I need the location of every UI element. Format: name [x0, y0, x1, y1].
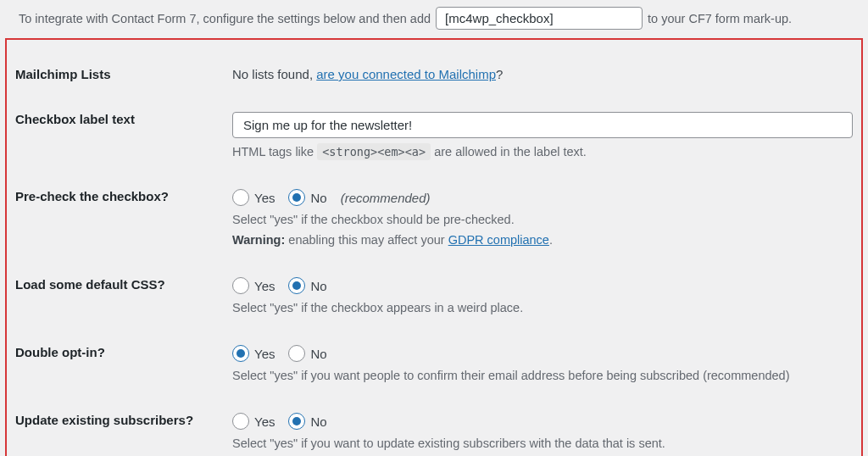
checkbox-label-hint: HTML tags like <strong><em><a> are allow… [232, 145, 853, 158]
precheck-desc-2: Warning: enabling this may affect your G… [232, 233, 853, 247]
row-checkbox-label-text: Checkbox label text HTML tags like <stro… [15, 97, 853, 174]
checkbox-label-input[interactable] [232, 112, 853, 138]
label-checkbox-label-text: Checkbox label text [15, 97, 232, 174]
allowed-tags-code: <strong><em><a> [317, 143, 431, 160]
double-desc: Select "yes" if you want people to confi… [232, 369, 853, 382]
intro-text-before: To integrate with Contact Form 7, config… [19, 12, 431, 25]
update-no-radio[interactable] [288, 413, 305, 430]
css-no-radio[interactable] [288, 277, 305, 294]
row-update-subscribers: Update existing subscribers? Yes No Sele… [15, 398, 853, 456]
mailchimp-connect-link[interactable]: are you connected to Mailchimp [316, 67, 496, 81]
css-desc: Select "yes" if the checkbox appears in … [232, 301, 853, 314]
precheck-no-radio[interactable] [288, 189, 305, 206]
precheck-yes-option[interactable]: Yes [232, 189, 275, 206]
gdpr-link[interactable]: GDPR compliance [448, 233, 549, 247]
row-double-optin: Double opt-in? Yes No Select "yes" if yo… [15, 330, 853, 398]
precheck-yes-radio[interactable] [232, 189, 249, 206]
label-load-css: Load some default CSS? [15, 262, 232, 330]
label-double-optin: Double opt-in? [15, 330, 232, 398]
double-no-option[interactable]: No [288, 345, 326, 362]
css-yes-option[interactable]: Yes [232, 277, 275, 294]
double-yes-radio[interactable] [232, 345, 249, 362]
double-yes-option[interactable]: Yes [232, 345, 275, 362]
intro-text-after: to your CF7 form mark-up. [648, 12, 792, 25]
precheck-desc-1: Select "yes" if the checkbox should be p… [232, 213, 853, 226]
row-mailchimp-lists: Mailchimp Lists No lists found, are you … [15, 52, 853, 97]
update-yes-radio[interactable] [232, 413, 249, 430]
settings-table: Mailchimp Lists No lists found, are you … [15, 52, 853, 456]
update-desc: Select "yes" if you want to update exist… [232, 437, 853, 450]
label-mailchimp-lists: Mailchimp Lists [15, 52, 232, 97]
label-update-subscribers: Update existing subscribers? [15, 398, 232, 456]
settings-highlight-box: Mailchimp Lists No lists found, are you … [5, 38, 863, 456]
update-no-option[interactable]: No [288, 413, 326, 430]
css-no-option[interactable]: No [288, 277, 326, 294]
lists-text: No lists found, are you connected to Mai… [232, 67, 503, 81]
shortcode-input[interactable] [436, 7, 643, 30]
precheck-no-option[interactable]: No [288, 189, 326, 206]
precheck-recommended: (recommended) [341, 191, 431, 205]
double-no-radio[interactable] [288, 345, 305, 362]
row-precheck: Pre-check the checkbox? Yes No (recommen… [15, 174, 853, 262]
intro-line: To integrate with Contact Form 7, config… [0, 0, 868, 38]
row-load-css: Load some default CSS? Yes No Select "ye… [15, 262, 853, 330]
update-yes-option[interactable]: Yes [232, 413, 275, 430]
label-precheck: Pre-check the checkbox? [15, 174, 232, 262]
precheck-warning-label: Warning: [232, 233, 285, 247]
css-yes-radio[interactable] [232, 277, 249, 294]
